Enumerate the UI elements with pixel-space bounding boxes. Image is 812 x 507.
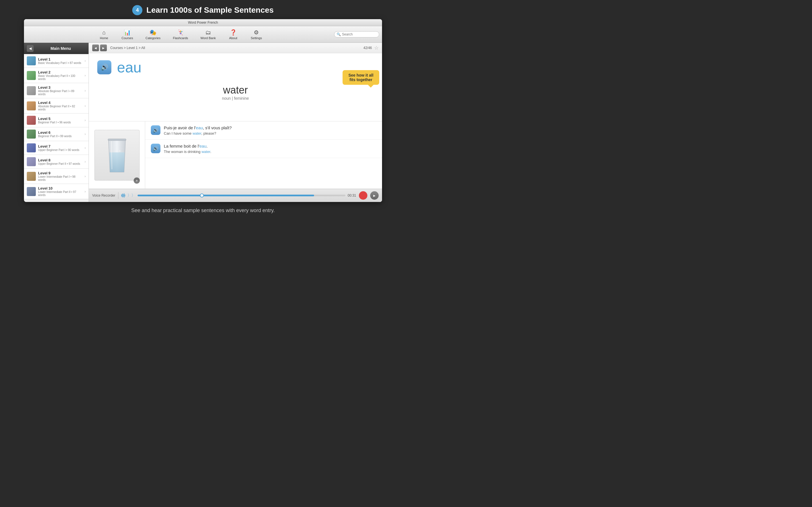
level-item[interactable]: Level 10 Lower Intermediate Part II • 97… bbox=[24, 184, 89, 199]
courses-label: Courses bbox=[121, 36, 133, 40]
toolbar-settings[interactable]: ⚙ Settings bbox=[247, 28, 265, 41]
level-item[interactable]: Level 1 Basic Vocabulary Part I • 87 wor… bbox=[24, 54, 89, 68]
speaker-icon: 🔊 bbox=[153, 146, 158, 151]
level-item[interactable]: Level 4 Absolute Beginner Part II • 82 w… bbox=[24, 98, 89, 114]
level-thumbnail bbox=[27, 101, 36, 110]
sidebar-title: Main Menu bbox=[36, 46, 86, 51]
level-info: Level 9 Lower Intermediate Part I • 98 w… bbox=[38, 171, 82, 181]
sound-waves bbox=[121, 193, 125, 198]
svg-rect-0 bbox=[108, 139, 126, 140]
chevron-right-icon: › bbox=[85, 146, 86, 150]
zoom-button[interactable]: + bbox=[134, 177, 140, 184]
level-name: Level 4 bbox=[38, 101, 82, 105]
level-desc: Absolute Beginner Part II • 82 words bbox=[38, 105, 82, 111]
toolbar-courses[interactable]: 📊 Courses bbox=[118, 28, 137, 41]
sidebar: ◀ Main Menu Level 1 Basic Vocabulary Par… bbox=[24, 43, 89, 202]
sentence-item: 🔊 La femme boit de l'eau. The woman is d… bbox=[145, 140, 382, 158]
level-item[interactable]: Level 9 Lower Intermediate Part I • 98 w… bbox=[24, 169, 89, 184]
level-item[interactable]: Level 6 Beginner Part II • 99 words › bbox=[24, 127, 89, 141]
sentence-french: Puis-je avoir de l'eau, s'il vous plaît? bbox=[164, 125, 376, 130]
sentence-audio-button[interactable]: 🔊 bbox=[151, 144, 160, 153]
progress-thumb[interactable] bbox=[200, 193, 204, 198]
toolbar-about[interactable]: ❓ About bbox=[225, 28, 242, 41]
word-type: noun | feminine bbox=[97, 96, 373, 101]
level-name: Level 8 bbox=[38, 158, 82, 162]
level-item[interactable]: Level 7 Upper Beginner Part I • 90 words… bbox=[24, 141, 89, 155]
level-thumbnail bbox=[27, 86, 36, 95]
nav-arrows: ◀ ▶ bbox=[92, 45, 107, 51]
level-item[interactable]: Level 8 Upper Beginner Part II • 97 word… bbox=[24, 155, 89, 169]
progress-bar[interactable] bbox=[138, 194, 345, 196]
chevron-right-icon: › bbox=[85, 174, 86, 178]
level-thumbnail bbox=[27, 56, 36, 65]
level-name: Level 3 bbox=[38, 86, 82, 90]
level-desc: Absolute Beginner Part I • 89 words bbox=[38, 90, 82, 96]
wordbank-label: Word Bank bbox=[200, 36, 216, 40]
english-highlight: water bbox=[202, 150, 210, 154]
flashcards-icon: 🃏 bbox=[177, 29, 184, 36]
chevron-right-icon: › bbox=[85, 160, 86, 164]
sidebar-header: ◀ Main Menu bbox=[24, 43, 89, 54]
level-thumbnail bbox=[27, 116, 36, 125]
toolbar-home[interactable]: ⌂ Home bbox=[96, 28, 112, 41]
chevron-right-icon: › bbox=[85, 118, 86, 122]
level-name: Level 5 bbox=[38, 117, 82, 121]
level-info: Level 6 Beginner Part II • 99 words bbox=[38, 130, 82, 138]
wave-bar bbox=[123, 194, 123, 197]
toolbar-flashcards[interactable]: 🃏 Flashcards bbox=[169, 28, 192, 41]
categories-label: Categories bbox=[146, 36, 160, 40]
level-desc: Upper Beginner Part I • 90 words bbox=[38, 149, 82, 152]
record-button[interactable] bbox=[359, 191, 367, 200]
level-name: Level 6 bbox=[38, 130, 82, 135]
level-info: Level 2 Basic Vocabulary Part II • 100 w… bbox=[38, 70, 82, 80]
french-highlight: eau bbox=[199, 144, 206, 149]
chevron-right-icon: › bbox=[85, 104, 86, 108]
level-info: Level 1 Basic Vocabulary Part I • 87 wor… bbox=[38, 57, 82, 64]
nav-next-button[interactable]: ▶ bbox=[100, 45, 107, 51]
settings-icon: ⚙ bbox=[254, 29, 259, 36]
play-button[interactable]: ▶ bbox=[370, 191, 378, 200]
nav-prev-button[interactable]: ◀ bbox=[92, 45, 99, 51]
level-item[interactable]: Level 2 Basic Vocabulary Part II • 100 w… bbox=[24, 68, 89, 83]
sentence-english: Can I have some water, please? bbox=[164, 131, 376, 135]
search-input[interactable] bbox=[342, 33, 378, 36]
wave-bar bbox=[122, 193, 123, 198]
wordbank-icon: 🗂 bbox=[205, 29, 211, 36]
voice-recorder-label: Voice Recorder bbox=[92, 193, 115, 198]
word-audio-button[interactable]: 🔊 bbox=[97, 60, 111, 74]
level-desc: Beginner Part II • 99 words bbox=[38, 135, 82, 138]
sentences-area: + 🔊 Puis-je avoir de l'eau, s'il vous pl… bbox=[89, 121, 382, 189]
level-desc: Lower Intermediate Part II • 97 words bbox=[38, 190, 82, 196]
toolbar-search-box[interactable]: 🔍 bbox=[334, 31, 379, 38]
level-item[interactable]: Level 3 Absolute Beginner Part I • 89 wo… bbox=[24, 83, 89, 98]
english-highlight: water bbox=[193, 131, 201, 135]
level-thumbnail bbox=[27, 71, 36, 80]
sidebar-back-button[interactable]: ◀ bbox=[27, 45, 34, 52]
home-icon: ⌂ bbox=[102, 29, 106, 36]
toolbar-items: ⌂ Home 📊 Courses 🎭 Categories 🃏 Flashcar… bbox=[27, 28, 334, 41]
level-thumbnail bbox=[27, 157, 36, 166]
sentence-text: Puis-je avoir de l'eau, s'il vous plaît?… bbox=[164, 125, 376, 135]
sentences-list: 🔊 Puis-je avoir de l'eau, s'il vous plaî… bbox=[145, 121, 382, 189]
level-item[interactable]: Level 5 Beginner Part I • 96 words › bbox=[24, 114, 89, 127]
toolbar-wordbank[interactable]: 🗂 Word Bank bbox=[197, 28, 219, 41]
sentence-audio-button[interactable]: 🔊 bbox=[151, 125, 160, 135]
speaker-icon: 🔊 bbox=[153, 128, 158, 133]
about-icon: ❓ bbox=[230, 29, 237, 36]
word-image bbox=[94, 130, 140, 180]
flashcards-label: Flashcards bbox=[173, 36, 188, 40]
level-info: Level 8 Upper Beginner Part II • 97 word… bbox=[38, 158, 82, 165]
title-bar: Word Power French bbox=[24, 19, 382, 26]
top-title: Learn 1000s of Sample Sentences bbox=[146, 6, 273, 15]
toolbar-categories[interactable]: 🎭 Categories bbox=[142, 28, 164, 41]
categories-icon: 🎭 bbox=[149, 29, 156, 36]
home-label: Home bbox=[100, 36, 108, 40]
svg-point-1 bbox=[119, 151, 120, 152]
favorite-button[interactable]: ☆ bbox=[374, 45, 378, 51]
image-panel: + bbox=[89, 121, 145, 189]
progress-area: 〉〉 00:31 bbox=[121, 193, 356, 198]
chevron-right-icon: › bbox=[85, 89, 86, 93]
level-thumbnail bbox=[27, 129, 36, 138]
settings-label: Settings bbox=[251, 36, 262, 40]
level-desc: Basic Vocabulary Part I • 87 words bbox=[38, 61, 82, 64]
